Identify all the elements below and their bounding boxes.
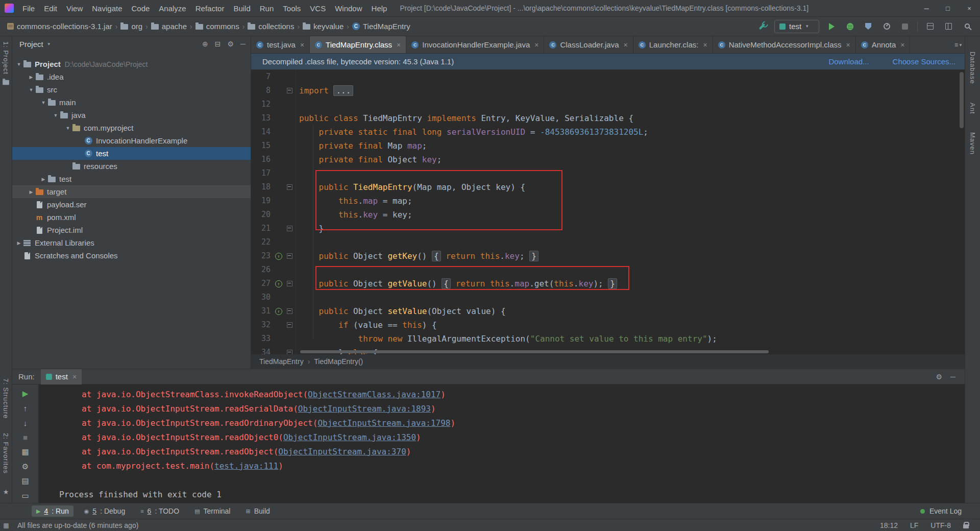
profiler-button[interactable] [880, 20, 893, 33]
menu-refactor[interactable]: Refactor [191, 4, 229, 13]
event-log-button[interactable]: Event Log [929, 507, 962, 515]
chevron-down-icon[interactable]: ▼ [47, 42, 51, 46]
up-stack-trace-button[interactable]: ↑ [12, 401, 39, 416]
choose-sources-link[interactable]: Choose Sources... [893, 57, 955, 66]
stack-trace-link[interactable]: ObjectInputStream.java:370 [278, 447, 406, 456]
settings-button[interactable]: ⚙ [228, 40, 234, 48]
tree-arrow-icon[interactable]: ▶ [28, 75, 35, 80]
close-icon[interactable]: × [397, 41, 401, 49]
tool-button-structure[interactable]: 7: Structure [2, 378, 10, 419]
tree-arrow-icon[interactable]: ▼ [64, 126, 71, 131]
hide-panel-button[interactable]: ─ [240, 40, 246, 48]
menu-edit[interactable]: Edit [39, 4, 62, 13]
override-gutter-icon[interactable]: ↑ [274, 304, 284, 318]
editor-tab-test-java[interactable]: Ctest.java× [251, 36, 310, 53]
settings-button[interactable]: ⚙ [12, 460, 39, 474]
fold-marker[interactable] [284, 84, 296, 98]
menu-view[interactable]: View [62, 4, 87, 13]
tree-arrow-icon[interactable]: ▶ [15, 240, 22, 246]
tree-item-com-myproject[interactable]: ▼com.myproject [12, 122, 251, 134]
menu-build[interactable]: Build [229, 4, 255, 13]
breadcrumb-item[interactable]: collections [247, 22, 295, 31]
rerun-button[interactable]: ▶ [12, 387, 39, 401]
tool-window-button-build[interactable]: ⊞Build [241, 505, 274, 517]
editor-tab-classloader-java[interactable]: CClassLoader.java× [544, 36, 633, 53]
menu-help[interactable]: Help [367, 4, 392, 13]
down-stack-trace-button[interactable]: ↓ [12, 416, 39, 430]
editor-tab-launcher-clas-[interactable]: CLauncher.clas:× [633, 36, 713, 53]
tree-item-payload-ser[interactable]: payload.ser [12, 198, 251, 211]
run-tab-test[interactable]: test × [41, 369, 82, 384]
breadcrumb-class[interactable]: TiedMapEntry [259, 357, 304, 366]
breadcrumb-item[interactable]: apache [150, 22, 188, 31]
tool-button-project[interactable]: 1: Project [2, 41, 10, 75]
fold-marker[interactable] [284, 180, 296, 194]
tool-window-button-debug[interactable]: ◉5: Debug [80, 505, 130, 517]
stack-trace-link[interactable]: ObjectStreamClass.java:1017 [308, 390, 440, 399]
tree-item-project-iml[interactable]: Project.iml [12, 224, 251, 236]
editor-tab-annota[interactable]: CAnnota× [856, 36, 911, 53]
breadcrumb-item[interactable]: keyvalue [302, 22, 345, 31]
tree-item-pom-xml[interactable]: mpom.xml [12, 211, 251, 224]
menu-window[interactable]: Window [330, 4, 366, 13]
tool-button-favorites[interactable]: 2: Favorites [2, 433, 10, 474]
close-icon[interactable]: × [900, 41, 904, 49]
tool-window-button-terminal[interactable]: ▤Terminal [190, 505, 235, 517]
debug-button[interactable] [844, 20, 856, 33]
close-icon[interactable]: × [534, 41, 538, 49]
editor-tab-tiedmapentry-class[interactable]: CTiedMapEntry.class× [310, 36, 406, 53]
tree-arrow-icon[interactable]: ▶ [40, 177, 47, 182]
print-button[interactable]: ▤ [12, 474, 39, 489]
close-icon[interactable]: × [300, 41, 304, 49]
tree-item--idea[interactable]: ▶.idea [12, 70, 251, 83]
collapse-all-button[interactable]: ⊟ [215, 40, 221, 48]
hidden-tabs-button[interactable]: ≡▼ [954, 36, 963, 54]
project-stripe-icon[interactable] [3, 80, 9, 85]
stack-trace-link[interactable]: ObjectInputStream.java:1893 [298, 404, 431, 414]
clear-console-button[interactable]: ▭ [12, 489, 39, 503]
tree-item-src[interactable]: ▼src [12, 83, 251, 96]
fold-marker[interactable] [284, 318, 296, 332]
tool-button-database[interactable]: Database [969, 52, 976, 84]
tree-item-invocationhandlerexample[interactable]: CInvocationHandlerExample [12, 134, 251, 147]
restore-layout-button[interactable]: ▦ [12, 445, 39, 460]
stack-trace-link[interactable]: ObjectInputStream.java:1350 [283, 432, 416, 442]
menu-vcs[interactable]: VCS [305, 4, 330, 13]
run-config-select[interactable]: test ▼ [774, 20, 819, 33]
fold-marker[interactable] [284, 222, 296, 235]
close-button[interactable]: × [959, 0, 980, 17]
tree-arrow-icon[interactable]: ▼ [52, 113, 59, 118]
breadcrumb-member[interactable]: TiedMapEntry() [314, 357, 363, 366]
breadcrumb-item[interactable]: commons-collections-3.1.jar [6, 22, 113, 31]
run-button[interactable] [825, 20, 838, 33]
menu-analyze[interactable]: Analyze [154, 4, 190, 13]
menu-file[interactable]: File [18, 4, 39, 13]
fold-marker[interactable] [284, 346, 296, 354]
tree-item-target[interactable]: ▶target [12, 185, 251, 198]
override-gutter-icon[interactable]: ↑ [274, 277, 284, 291]
stop-button[interactable] [899, 20, 911, 33]
tool-window-button-todo[interactable]: ≡6: TODO [136, 505, 184, 517]
tree-item-test[interactable]: Ctest [12, 147, 251, 160]
tree-arrow-icon[interactable]: ▼ [15, 62, 22, 67]
tree-item-resources[interactable]: resources [12, 160, 251, 173]
console-settings-button[interactable]: ⚙ [936, 373, 943, 381]
tree-item-project[interactable]: ▼ProjectD:\code\JavaCode\Project [12, 58, 251, 70]
tree-item-test[interactable]: ▶test [12, 173, 251, 185]
favorites-star-icon[interactable]: ★ [3, 488, 9, 496]
search-everywhere-button[interactable] [961, 20, 973, 33]
fold-marker[interactable] [284, 277, 296, 291]
fold-marker[interactable] [284, 249, 296, 263]
fold-marker[interactable] [284, 304, 296, 318]
editor-tab-invocationhandlerexample-java[interactable]: CInvocationHandlerExample.java× [406, 36, 544, 53]
tool-button-maven[interactable]: Maven [969, 132, 976, 155]
menu-code[interactable]: Code [127, 4, 154, 13]
close-icon[interactable]: × [624, 41, 628, 49]
build-tool-button[interactable] [756, 20, 768, 33]
breadcrumb-item[interactable]: commons [194, 22, 240, 31]
coverage-button[interactable] [862, 20, 874, 33]
horizontal-scrollbar[interactable] [300, 350, 769, 353]
tree-item-scratches-and-consoles[interactable]: Scratches and Consoles [12, 249, 251, 262]
stack-trace-link[interactable]: ObjectInputStream.java:1798 [317, 418, 450, 428]
vertical-scrollbar[interactable] [960, 72, 964, 128]
